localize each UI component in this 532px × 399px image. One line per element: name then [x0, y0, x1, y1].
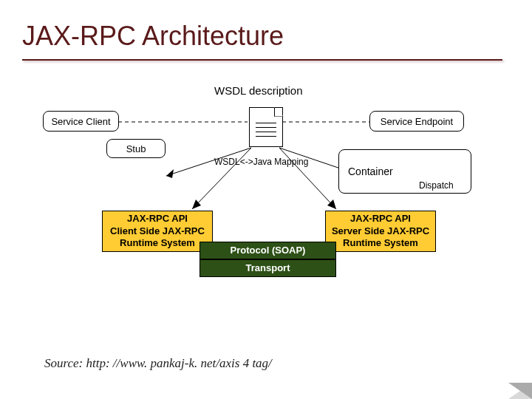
transport-box: Transport [200, 259, 336, 277]
wsdl-java-mapping-label: WSDL<->Java Mapping [214, 157, 308, 167]
source-attribution: Source: http: //www. pankaj-k. net/axis … [44, 356, 272, 371]
service-endpoint-box: Service Endpoint [369, 111, 464, 132]
wsdl-document-icon [249, 107, 283, 147]
wsdl-description-label: WSDL description [214, 84, 303, 97]
page-corner-icon [508, 383, 532, 399]
title-underline [22, 59, 502, 61]
protocol-box: Protocol (SOAP) [200, 242, 336, 259]
architecture-diagram: WSDL description Service Client Service … [0, 81, 532, 347]
client-runtime-box: JAX-RPC API Client Side JAX-RPC Runtime … [102, 211, 213, 252]
svg-marker-9 [327, 200, 336, 209]
server-runtime-box: JAX-RPC API Server Side JAX-RPC Runtime … [325, 211, 436, 252]
slide-title: JAX-RPC Architecture [22, 21, 284, 52]
dispatch-label: Dispatch [419, 180, 454, 191]
service-client-box: Service Client [43, 111, 119, 132]
svg-marker-3 [166, 169, 174, 178]
stub-box: Stub [106, 139, 166, 158]
svg-marker-5 [192, 200, 201, 209]
